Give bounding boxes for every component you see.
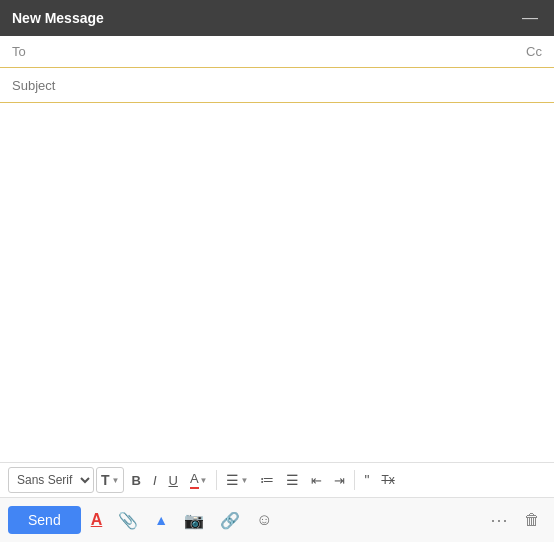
- window-title: New Message: [12, 10, 104, 26]
- more-icon: ⋯: [490, 509, 508, 531]
- font-size-arrow: ▼: [112, 476, 120, 485]
- quote-icon: ": [364, 472, 369, 488]
- quote-button[interactable]: ": [359, 468, 374, 492]
- font-size-icon: T: [101, 472, 110, 488]
- attach-file-button[interactable]: 📎: [112, 506, 144, 535]
- compose-window: New Message — To Cc Sans Serif T ▼ B: [0, 0, 554, 542]
- to-field-row: To Cc: [0, 36, 554, 68]
- bold-icon: B: [131, 473, 140, 488]
- subject-field-row: [0, 68, 554, 103]
- unordered-list-button[interactable]: ☰: [281, 468, 304, 492]
- italic-button[interactable]: I: [148, 469, 162, 492]
- link-icon: 🔗: [220, 511, 240, 530]
- format-text-icon: A: [91, 511, 103, 529]
- text-color-button[interactable]: A ▼: [185, 467, 213, 493]
- bottom-toolbar: Send A 📎 ▲ 📷 🔗 ☺ ⋯ 🗑: [0, 497, 554, 542]
- indent-more-icon: ⇥: [334, 473, 345, 488]
- underline-icon: U: [169, 473, 178, 488]
- minimize-button[interactable]: —: [518, 8, 542, 28]
- insert-emoji-button[interactable]: ☺: [250, 506, 278, 534]
- separator-2: [354, 470, 355, 490]
- body-area: [0, 103, 554, 462]
- align-icon: ☰ ▼: [226, 472, 248, 488]
- separator-1: [216, 470, 217, 490]
- to-input[interactable]: [40, 44, 526, 59]
- clear-format-icon: Tx: [381, 473, 394, 487]
- drive-icon: ▲: [154, 512, 168, 528]
- send-button[interactable]: Send: [8, 506, 81, 534]
- formatting-toolbar: Sans Serif T ▼ B I U A ▼: [0, 462, 554, 497]
- format-text-button[interactable]: A: [85, 506, 109, 534]
- emoji-icon: ☺: [256, 511, 272, 529]
- text-color-icon: A ▼: [190, 471, 208, 489]
- ordered-list-button[interactable]: ≔: [255, 468, 279, 492]
- italic-icon: I: [153, 473, 157, 488]
- indent-less-icon: ⇤: [311, 473, 322, 488]
- title-bar-controls: —: [518, 8, 542, 28]
- unordered-list-icon: ☰: [286, 472, 299, 488]
- indent-more-button[interactable]: ⇥: [329, 469, 350, 492]
- indent-less-button[interactable]: ⇤: [306, 469, 327, 492]
- align-button[interactable]: ☰ ▼: [221, 468, 253, 492]
- delete-button[interactable]: 🗑: [518, 506, 546, 534]
- attach-icon: 📎: [118, 511, 138, 530]
- subject-input[interactable]: [12, 78, 542, 93]
- more-options-button[interactable]: ⋯: [484, 504, 514, 536]
- body-input[interactable]: [12, 111, 542, 454]
- photo-icon: 📷: [184, 511, 204, 530]
- google-drive-button[interactable]: ▲: [148, 507, 174, 533]
- clear-format-button[interactable]: Tx: [376, 469, 399, 491]
- to-label: To: [12, 44, 40, 59]
- font-size-button[interactable]: T ▼: [96, 467, 124, 493]
- trash-icon: 🗑: [524, 511, 540, 528]
- insert-photo-button[interactable]: 📷: [178, 506, 210, 535]
- ordered-list-icon: ≔: [260, 472, 274, 488]
- insert-link-button[interactable]: 🔗: [214, 506, 246, 535]
- cc-button[interactable]: Cc: [526, 44, 542, 59]
- font-family-select[interactable]: Sans Serif: [8, 467, 94, 493]
- bold-button[interactable]: B: [126, 469, 145, 492]
- underline-button[interactable]: U: [164, 469, 183, 492]
- title-bar: New Message —: [0, 0, 554, 36]
